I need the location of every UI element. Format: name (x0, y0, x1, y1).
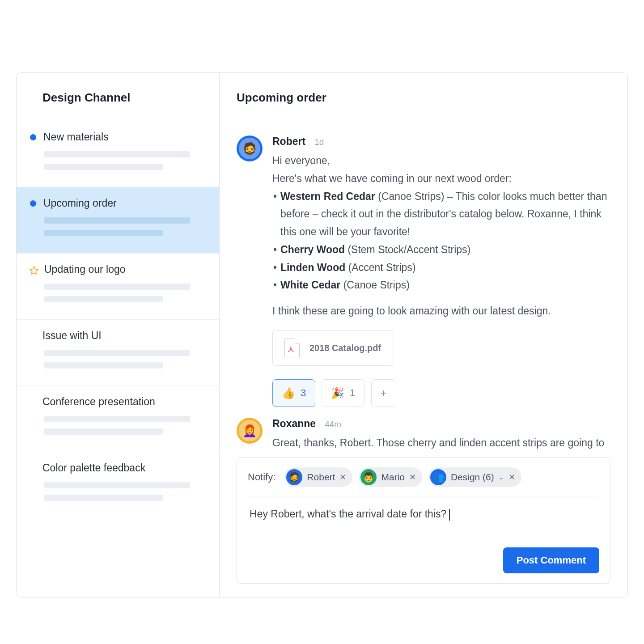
plus-icon: + (381, 387, 387, 399)
avatar-icon: 👨 (360, 469, 377, 485)
thread-title: New materials (43, 131, 109, 143)
comment-text: Great, thanks, Robert. Those cherry and … (272, 434, 610, 449)
notify-row: Notify: 🧔 Robert ✕ 👨 Mario ✕ 👥 Design (6… (248, 467, 599, 496)
sidebar-item-updating-logo[interactable]: Updating our logo (17, 254, 219, 320)
thread-preview-placeholder (44, 151, 193, 170)
thread-title: Upcoming order (43, 197, 117, 209)
comment-author: Roxanne (272, 418, 316, 430)
notify-chip-mario[interactable]: 👨 Mario ✕ (359, 467, 422, 487)
comment-line: Hi everyone, (272, 152, 610, 170)
reaction-count: 1 (350, 387, 355, 399)
bullet-item: •Western Red Cedar (Canoe Strips) – This… (272, 188, 610, 241)
attachment[interactable]: 人 2018 Catalog.pdf (272, 330, 393, 366)
close-icon[interactable]: ✕ (508, 472, 515, 482)
bullet-item: •White Cedar (Canoe Strips) (272, 276, 610, 294)
add-reaction-button[interactable]: + (371, 379, 396, 407)
thread-preview-placeholder (44, 416, 193, 435)
comment-line: I think these are going to look amazing … (272, 302, 610, 320)
thread-preview-placeholder (44, 284, 193, 302)
bullet-item: •Cherry Wood (Stem Stock/Accent Strips) (272, 241, 610, 259)
sidebar-item-new-materials[interactable]: New materials (17, 121, 219, 187)
app-window: Design Channel New materials Upcoming or… (16, 72, 628, 597)
comment-time: 44m (325, 419, 341, 429)
composer-input[interactable]: Hey Robert, what's the arrival date for … (248, 496, 599, 547)
pdf-icon: 人 (284, 339, 300, 357)
unread-dot-icon (30, 200, 36, 207)
text-cursor (449, 509, 450, 521)
sidebar-item-conference-presentation[interactable]: Conference presentation (17, 386, 219, 452)
notify-chip-design-group[interactable]: 👥 Design (6) ⌄ ✕ (428, 467, 521, 487)
thread-title: Updating our logo (44, 263, 126, 275)
comment: 🧔 Robert 1d Hi everyone, Here's what we … (237, 136, 610, 413)
sidebar-item-upcoming-order[interactable]: Upcoming order (17, 187, 219, 254)
comment-composer: Notify: 🧔 Robert ✕ 👨 Mario ✕ 👥 Design (6… (237, 457, 610, 584)
sidebar-title: Design Channel (17, 73, 219, 121)
avatar: 🧔 (237, 136, 263, 161)
thread-title: Color palette feedback (42, 462, 145, 474)
comment-text: Hi everyone, Here's what we have coming … (272, 152, 610, 320)
chip-label: Design (6) (451, 472, 494, 483)
chip-label: Mario (381, 472, 405, 483)
attachment-name: 2018 Catalog.pdf (309, 343, 381, 353)
reaction-party[interactable]: 🎉 1 (322, 379, 364, 407)
thread-preview-placeholder (44, 217, 193, 236)
notify-label: Notify: (248, 471, 275, 483)
close-icon[interactable]: ✕ (409, 472, 416, 482)
thread-content: 🧔 Robert 1d Hi everyone, Here's what we … (220, 121, 627, 449)
reaction-count: 3 (301, 387, 306, 399)
star-icon (29, 266, 37, 274)
chip-label: Robert (307, 472, 335, 483)
sidebar-item-issue-with-ui[interactable]: Issue with UI (17, 320, 219, 386)
notify-chip-robert[interactable]: 🧔 Robert ✕ (284, 467, 352, 487)
avatar: 👩‍🦰 (237, 418, 263, 444)
main-panel: Upcoming order 🧔 Robert 1d Hi everyone, … (220, 73, 627, 597)
thread-title: Issue with UI (42, 330, 102, 342)
page-title: Upcoming order (220, 73, 627, 121)
avatar-icon: 🧔 (286, 469, 302, 485)
emoji-icon: 🎉 (331, 387, 344, 399)
thread-list: New materials Upcoming order (17, 121, 219, 597)
thread-title: Conference presentation (42, 396, 155, 408)
chevron-down-icon[interactable]: ⌄ (499, 474, 504, 481)
group-icon: 👥 (430, 469, 446, 485)
reaction-thumbs-up[interactable]: 👍 3 (272, 379, 315, 407)
comment-line: Here's what we have coming in our next w… (272, 170, 610, 188)
emoji-icon: 👍 (282, 387, 295, 399)
thread-preview-placeholder (44, 482, 193, 501)
comment-author: Robert (272, 136, 305, 148)
composer-draft-text: Hey Robert, what's the arrival date for … (250, 508, 446, 520)
reactions-bar: 👍 3 🎉 1 + (272, 379, 610, 407)
thread-preview-placeholder (44, 350, 193, 369)
sidebar-item-color-palette-feedback[interactable]: Color palette feedback (17, 452, 219, 518)
post-comment-button[interactable]: Post Comment (503, 547, 599, 573)
close-icon[interactable]: ✕ (339, 472, 346, 482)
unread-dot-icon (30, 134, 36, 140)
comment-time: 1d (314, 137, 324, 147)
sidebar: Design Channel New materials Upcoming or… (17, 73, 220, 597)
comment: 👩‍🦰 Roxanne 44m Great, thanks, Robert. T… (237, 418, 610, 449)
bullet-item: •Linden Wood (Accent Strips) (272, 259, 610, 277)
